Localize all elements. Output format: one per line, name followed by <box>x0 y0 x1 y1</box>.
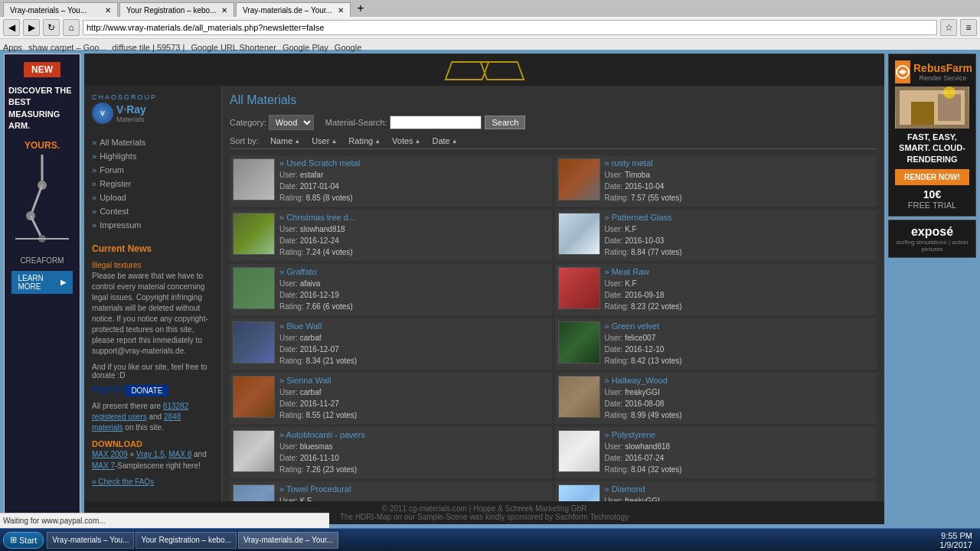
material-name-7[interactable]: » Green velvet <box>605 321 874 331</box>
address-input[interactable] <box>83 20 937 35</box>
material-item-8[interactable]: » Sienna Wall User: carbaf Date: 2016-11… <box>230 373 552 424</box>
star-btn[interactable]: ☆ <box>940 19 957 36</box>
address-bar-row: ◀ ▶ ↻ ⌂ ☆ ≡ <box>0 17 980 38</box>
taskbar-item-1[interactable]: Your Registration – kebo... <box>136 532 236 549</box>
nav-item-contest[interactable]: » Contest <box>92 204 214 218</box>
material-item-6[interactable]: » Blue Wall User: carbaf Date: 2016-12-0… <box>230 318 552 370</box>
material-thumb-8 <box>233 376 275 418</box>
bookmark-diffuse[interactable]: diffuse tile | 59573 | <box>113 43 185 52</box>
tab-1-close[interactable]: ✕ <box>105 6 111 15</box>
material-info-6: » Blue Wall User: carbaf Date: 2016-12-0… <box>279 321 549 367</box>
forward-btn[interactable]: ▶ <box>23 19 40 36</box>
material-item-12[interactable]: » Towel Procedural User: K.F Date: 2016-… <box>230 481 552 501</box>
main-content: CHAOSGROUP V V·Ray Materials » All Mater… <box>84 54 884 524</box>
material-thumb-11 <box>558 430 600 472</box>
search-button[interactable]: Search <box>485 116 525 129</box>
ad-subline: YOURS. <box>24 140 60 151</box>
material-meta-2: User: slowhand818 Date: 2016-12-24 Ratin… <box>279 223 549 258</box>
category-select[interactable]: Wood <box>269 115 314 130</box>
material-item-10[interactable]: » Autoblocanti - pavers User: bluesmas D… <box>230 427 552 478</box>
material-item-4[interactable]: » Graffato User: afaiva Date: 2016-12-19… <box>230 264 552 315</box>
tab-2-label: Your Registration – kebo... <box>126 6 216 15</box>
bookmark-apps[interactable]: Apps <box>3 43 22 52</box>
material-name-1[interactable]: » rusty metal <box>605 158 874 168</box>
material-name-13[interactable]: » Diamond <box>605 484 874 494</box>
material-name-9[interactable]: » Hallway_Wood <box>605 376 874 385</box>
sort-date[interactable]: Date ▲ <box>433 136 458 145</box>
clock-time: 9:55 PM <box>939 531 972 540</box>
home-btn[interactable]: ⌂ <box>63 19 80 36</box>
rebus-sub: Render Service <box>913 74 972 82</box>
back-btn[interactable]: ◀ <box>3 19 20 36</box>
material-name-11[interactable]: » Polystyrene <box>605 430 874 439</box>
ad-headline: DISCOVER THE BEST MEASURING ARM. <box>8 85 76 132</box>
tab-2[interactable]: Your Registration – kebo... ✕ <box>119 2 234 17</box>
tab-3-close[interactable]: ✕ <box>338 6 344 15</box>
tab-2-close[interactable]: ✕ <box>221 6 227 15</box>
learn-more-button[interactable]: LEARN MORE ▶ <box>11 271 72 294</box>
search-input[interactable] <box>390 116 482 129</box>
max-2009-link[interactable]: MAX 2009 <box>92 450 128 458</box>
material-name-6[interactable]: » Blue Wall <box>279 321 549 331</box>
material-item-2[interactable]: » Christmas tree d... User: slowhand818 … <box>230 210 552 261</box>
nav-item-register[interactable]: » Register <box>92 177 214 191</box>
refresh-btn[interactable]: ↻ <box>43 19 60 36</box>
nav-item-all-materials[interactable]: » All Materials <box>92 135 214 149</box>
material-info-13: » Diamond User: freakyGGI Date: 2016-07-… <box>605 484 874 501</box>
material-name-3[interactable]: » Patterned Glass <box>605 213 874 222</box>
ad-brand: CREAFORM <box>20 256 64 265</box>
nav-item-forum[interactable]: » Forum <box>92 163 214 177</box>
sort-name[interactable]: Name ▲ <box>270 136 300 145</box>
taskbar-item-2[interactable]: Vray-materials.de – Your... <box>238 532 338 549</box>
material-item-0[interactable]: » Used Scratch metal User: estafar Date:… <box>230 155 552 207</box>
material-thumb-9 <box>558 376 600 418</box>
material-thumb-2 <box>233 213 275 255</box>
bookmark-google-url[interactable]: Google URL Shortener <box>191 43 276 52</box>
material-item-5[interactable]: » Meat Raw User: K.F Date: 2016-09-18 Ra… <box>555 264 877 315</box>
material-info-2: » Christmas tree d... User: slowhand818 … <box>279 213 549 258</box>
taskbar-item-0[interactable]: Vray-materials – You... <box>47 532 134 549</box>
donate-button[interactable]: DONATE <box>125 385 168 396</box>
new-tab-btn[interactable]: + <box>352 0 369 17</box>
bookmark-shaw[interactable]: shaw carpet – Goo... <box>28 43 106 52</box>
material-name-12[interactable]: » Towel Procedural <box>279 484 549 494</box>
sort-rating[interactable]: Rating ▲ <box>348 136 381 145</box>
bookmark-google[interactable]: Google <box>335 43 361 52</box>
taskbar-items: Vray-materials – You... Your Registratio… <box>47 532 932 549</box>
material-item-11[interactable]: » Polystyrene User: slowhand818 Date: 20… <box>555 427 877 478</box>
tab-1[interactable]: Vray-materials – You... ✕ <box>3 2 118 17</box>
max8-link[interactable]: MAX 8 <box>168 450 191 458</box>
check-faq-link[interactable]: » Check the FAQs <box>92 478 214 486</box>
bookmark-google-play[interactable]: Google Play <box>283 43 328 52</box>
sort-votes[interactable]: Votes ▲ <box>392 136 420 145</box>
material-item-3[interactable]: » Patterned Glass User: K.F Date: 2016-1… <box>555 210 877 261</box>
max7-link[interactable]: MAX 7 <box>92 461 115 470</box>
material-item-13[interactable]: » Diamond User: freakyGGI Date: 2016-07-… <box>555 481 877 501</box>
left-ad: NEW DISCOVER THE BEST MEASURING ARM. YOU… <box>4 54 80 524</box>
sort-user[interactable]: User ▲ <box>312 136 337 145</box>
nav-item-impressum[interactable]: » Impressum <box>92 218 214 232</box>
rebus-name: RebusFarm <box>913 62 972 74</box>
start-button[interactable]: ⊞ Start <box>3 532 44 549</box>
settings-icon[interactable]: ≡ <box>960 19 977 36</box>
material-name-0[interactable]: » Used Scratch metal <box>279 158 549 168</box>
category-label: Category: <box>230 118 266 127</box>
material-name-4[interactable]: » Graffato <box>279 267 549 276</box>
donate-row: PayPal DONATE <box>92 383 214 396</box>
material-item-1[interactable]: » rusty metal User: Timoba Date: 2016-10… <box>555 155 877 207</box>
nav-item-upload[interactable]: » Upload <box>92 191 214 204</box>
material-item-7[interactable]: » Green velvet User: felice007 Date: 201… <box>555 318 877 370</box>
material-name-5[interactable]: » Meat Raw <box>605 267 874 276</box>
vray15-link[interactable]: Vray 1.5 <box>136 450 165 458</box>
material-thumb-13 <box>558 484 600 501</box>
tab-3[interactable]: Vray-materials.de – Your... ✕ <box>236 2 351 17</box>
paypal-logo: PayPal <box>92 384 122 395</box>
material-name-8[interactable]: » Sienna Wall <box>279 376 549 385</box>
nav-item-highlights[interactable]: » Highlights <box>92 149 214 163</box>
material-name-2[interactable]: » Christmas tree d... <box>279 213 549 222</box>
material-item-9[interactable]: » Hallway_Wood User: freakyGGI Date: 201… <box>555 373 877 424</box>
diamond-right <box>479 61 524 80</box>
chaos-group-text: CHAOSGROUP <box>92 93 214 101</box>
material-name-10[interactable]: » Autoblocanti - pavers <box>279 430 549 439</box>
render-now-button[interactable]: RENDER NOW! <box>895 169 969 185</box>
